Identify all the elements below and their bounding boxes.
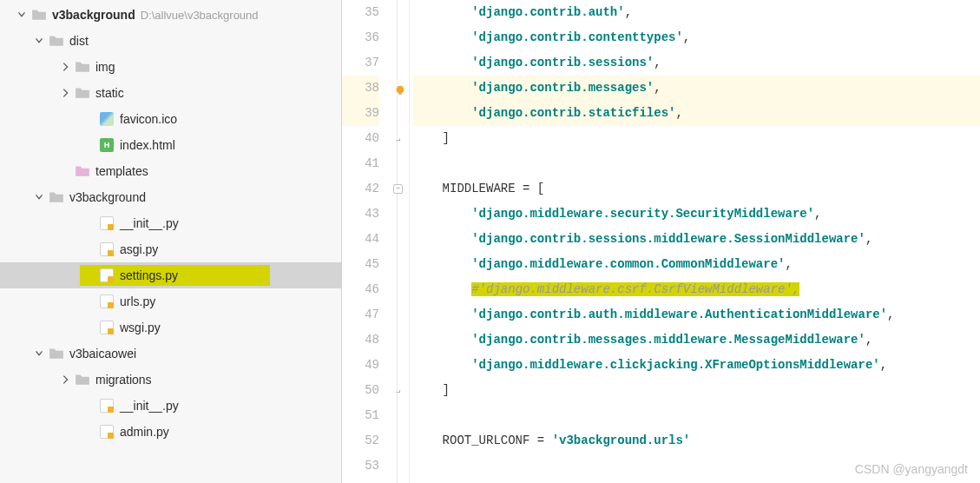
folder-icon — [75, 163, 90, 179]
tree-item-label: settings.py — [120, 268, 178, 282]
code-editor[interactable]: 35363738394041424344454647484950515253 ⌐… — [342, 0, 980, 483]
fold-toggle-icon[interactable]: ⌐ — [393, 386, 403, 395]
chevron-right-icon[interactable] — [59, 61, 71, 73]
code-line[interactable]: 'django.middleware.clickjacking.XFrameOp… — [413, 353, 980, 378]
tree-item-v3baicaowei[interactable]: v3baicaowei — [0, 341, 341, 367]
line-number[interactable]: 36 — [342, 25, 379, 50]
tree-item-index-html[interactable]: Hindex.html — [0, 132, 341, 158]
line-number[interactable]: 39 — [342, 101, 379, 126]
code-line[interactable]: ROOT_URLCONF = 'v3background.urls' — [413, 428, 980, 453]
tree-item-admin-py[interactable]: admin.py — [0, 419, 341, 445]
code-line[interactable]: 'django.contrib.auth', — [413, 0, 980, 25]
fold-region[interactable]: − — [398, 176, 409, 202]
fold-gutter[interactable]: ⌐−⌐ — [398, 0, 410, 483]
line-number[interactable]: 40 — [342, 126, 379, 151]
chevron-down-icon[interactable] — [33, 191, 45, 203]
code-token-str: 'django.contrib.auth.middleware.Authenti… — [471, 308, 887, 321]
fold-region — [398, 202, 409, 227]
folder-icon — [75, 85, 90, 101]
fold-region[interactable]: ⌐ — [398, 126, 409, 151]
tree-item-migrations[interactable]: migrations — [0, 367, 341, 393]
code-line[interactable]: 'django.contrib.auth.middleware.Authenti… — [413, 302, 980, 328]
code-token-str: 'django.contrib.sessions.middleware.Sess… — [471, 232, 865, 246]
fold-region[interactable]: ⌐ — [398, 378, 409, 403]
code-line[interactable]: 'django.contrib.contenttypes', — [413, 25, 980, 50]
code-token-text — [413, 358, 471, 372]
tree-item-label: index.html — [120, 138, 175, 152]
folder-icon — [49, 33, 64, 49]
line-number[interactable]: 51 — [342, 403, 379, 428]
folder-icon — [75, 372, 90, 387]
fold-toggle-icon[interactable]: − — [393, 184, 403, 194]
fold-region — [398, 25, 409, 50]
fold-region — [398, 227, 409, 252]
tree-item--init-py[interactable]: __init__.py — [0, 210, 341, 236]
code-line[interactable]: 'django.contrib.sessions.middleware.Sess… — [413, 227, 980, 252]
tree-item-settings-py[interactable]: settings.py — [0, 262, 341, 288]
tree-item--init-py[interactable]: __init__.py — [0, 393, 341, 419]
code-line[interactable]: ] — [413, 378, 980, 403]
chevron-down-icon[interactable] — [33, 35, 45, 47]
line-number[interactable]: 43 — [342, 202, 379, 227]
tree-item-label: static — [95, 86, 124, 100]
line-number[interactable]: 46 — [342, 277, 379, 302]
fold-toggle-icon[interactable]: ⌐ — [393, 134, 403, 143]
tree-item-favicon-ico[interactable]: favicon.ico — [0, 106, 341, 132]
project-tree-sidebar[interactable]: v3backgroundD:\allvue\v3backgrounddistim… — [0, 0, 342, 483]
tree-item-static[interactable]: static — [0, 80, 341, 106]
line-number[interactable]: 53 — [342, 453, 379, 479]
folder-icon — [75, 59, 90, 75]
tree-item-wsgi-py[interactable]: wsgi.py — [0, 314, 341, 341]
python-file-icon — [99, 242, 115, 257]
line-number[interactable]: 42 — [342, 176, 379, 202]
python-file-icon — [99, 424, 115, 440]
chevron-right-icon[interactable] — [59, 374, 71, 386]
line-number[interactable]: 38 — [342, 76, 379, 101]
code-content[interactable]: 'django.contrib.auth', 'django.contrib.c… — [410, 0, 980, 483]
code-token-str: 'django.middleware.common.CommonMiddlewa… — [471, 257, 785, 271]
chevron-right-icon[interactable] — [59, 87, 71, 99]
tree-item-label: v3baicaowei — [69, 347, 136, 361]
tree-item-label: urls.py — [120, 294, 155, 308]
code-line[interactable]: 'django.contrib.staticfiles', — [413, 101, 980, 126]
line-number[interactable]: 48 — [342, 328, 379, 353]
code-line[interactable]: 'django.middleware.security.SecurityMidd… — [413, 202, 980, 227]
code-line[interactable]: 'django.middleware.common.CommonMiddlewa… — [413, 252, 980, 277]
code-token-str: 'django.contrib.messages.middleware.Mess… — [471, 333, 865, 347]
line-number[interactable]: 44 — [342, 227, 379, 252]
line-number[interactable]: 41 — [342, 151, 379, 176]
tree-item-label: templates — [95, 164, 148, 178]
code-line[interactable]: 'django.contrib.sessions', — [413, 50, 980, 76]
tree-item-img[interactable]: img — [0, 54, 341, 80]
line-number[interactable]: 47 — [342, 302, 379, 328]
line-number[interactable]: 37 — [342, 50, 379, 76]
fold-region — [398, 328, 409, 353]
tree-item-templates[interactable]: templates — [0, 158, 341, 184]
fold-region — [398, 252, 409, 277]
code-line[interactable]: #'django.middleware.csrf.CsrfViewMiddlew… — [413, 277, 980, 302]
tree-item-asgi-py[interactable]: asgi.py — [0, 236, 341, 262]
code-token-text — [413, 282, 471, 296]
code-line[interactable]: ] — [413, 126, 980, 151]
line-number[interactable]: 49 — [342, 353, 379, 378]
code-line[interactable]: MIDDLEWARE = [ — [413, 176, 980, 202]
line-number[interactable]: 35 — [342, 0, 379, 25]
chevron-down-icon[interactable] — [33, 347, 45, 360]
chevron-down-icon[interactable] — [16, 9, 28, 21]
tree-item-urls-py[interactable]: urls.py — [0, 288, 341, 314]
lightbulb-icon[interactable] — [394, 81, 406, 93]
code-line[interactable] — [413, 403, 980, 428]
code-token-text — [413, 30, 471, 44]
tree-item-v3background[interactable]: v3backgroundD:\allvue\v3background — [0, 2, 341, 28]
tree-item-label: asgi.py — [120, 242, 158, 256]
tree-item-dist[interactable]: dist — [0, 28, 341, 54]
line-number[interactable]: 45 — [342, 252, 379, 277]
code-token-text — [413, 333, 471, 347]
code-line[interactable]: 'django.contrib.messages.middleware.Mess… — [413, 328, 980, 353]
tree-item-v3background[interactable]: v3background — [0, 184, 341, 210]
python-file-icon — [99, 398, 115, 414]
line-number[interactable]: 52 — [342, 428, 379, 453]
code-line[interactable]: 'django.contrib.messages', — [413, 76, 980, 101]
line-number[interactable]: 50 — [342, 378, 379, 403]
code-line[interactable] — [413, 151, 980, 176]
